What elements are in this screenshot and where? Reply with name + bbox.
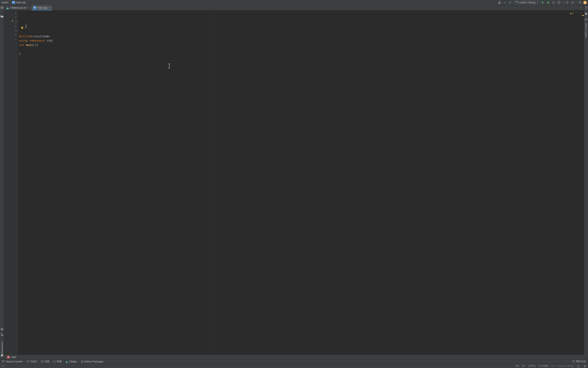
problems-button[interactable]: 问题 bbox=[41, 360, 49, 363]
folder-tool-icon[interactable] bbox=[0, 15, 4, 18]
layers-icon bbox=[81, 360, 83, 363]
code-line[interactable] bbox=[19, 56, 584, 60]
tab-main-cpp[interactable]: main.cpp × bbox=[31, 5, 53, 10]
copilot-tool-button[interactable]: GitHub Copilot bbox=[585, 18, 588, 37]
close-icon[interactable]: × bbox=[49, 6, 50, 9]
code-editor[interactable]: ▲ 1 ˄ ˅ ⊟ ⊟ 1234567 bbox=[4, 10, 584, 355]
line-number[interactable]: 5 bbox=[4, 28, 18, 33]
line-number[interactable]: 4 bbox=[4, 24, 18, 28]
profile-button[interactable] bbox=[557, 0, 561, 5]
function-icon: f bbox=[7, 356, 10, 359]
line-number[interactable]: 3 bbox=[4, 20, 18, 24]
tab-cmakelists[interactable]: CMakeLists.txt × bbox=[4, 5, 31, 10]
terminal-label: 终端 bbox=[57, 360, 62, 363]
fold-region-end-icon[interactable]: ⊟ bbox=[16, 29, 18, 31]
breadcrumb: copilot 〉 main.cpp bbox=[1, 1, 498, 4]
left-tool-strip: 结构 Bookmarks bbox=[0, 5, 4, 359]
code-line[interactable]: using namespace std; bbox=[19, 38, 584, 43]
todo-icon bbox=[26, 360, 29, 363]
line-number[interactable]: 6 bbox=[4, 33, 18, 37]
svg-point-21 bbox=[2, 362, 3, 363]
editor-breadcrumb-function[interactable]: main bbox=[11, 356, 16, 359]
close-icon[interactable]: × bbox=[28, 6, 29, 9]
bookmark-icon bbox=[0, 354, 4, 357]
bookmarks-tool-button[interactable]: Bookmarks bbox=[0, 341, 4, 357]
cursor-position[interactable]: 4:5 bbox=[516, 365, 519, 367]
svg-rect-8 bbox=[2, 6, 3, 7]
application-icon bbox=[516, 1, 518, 4]
version-control-label: Version Control bbox=[6, 360, 23, 363]
gutter[interactable]: ⊟ ⊟ 1234567 bbox=[4, 10, 18, 355]
project-tool-icon[interactable] bbox=[0, 6, 4, 9]
cpp-file-icon bbox=[33, 6, 36, 9]
build-hammer-icon[interactable] bbox=[508, 0, 512, 5]
run-button[interactable] bbox=[541, 0, 545, 5]
svg-point-19 bbox=[2, 360, 3, 361]
file-encoding[interactable]: UTF-8 bbox=[528, 365, 535, 367]
code-line[interactable]: int main(){ bbox=[19, 43, 584, 47]
code-line[interactable]: } bbox=[19, 52, 584, 56]
attach-button[interactable] bbox=[565, 0, 569, 5]
code-line[interactable] bbox=[19, 60, 584, 64]
tab-list-menu-icon[interactable]: ⋮ bbox=[578, 5, 584, 10]
run-configuration-selector[interactable]: copilot | Debug ▾ bbox=[514, 0, 540, 5]
search-everywhere-icon[interactable] bbox=[578, 0, 582, 5]
breadcrumb-file[interactable]: main.cpp bbox=[16, 1, 26, 4]
line-number[interactable]: 2 bbox=[4, 16, 18, 20]
account-avatar[interactable] bbox=[583, 1, 587, 4]
fold-region-start-icon[interactable]: ⊟ bbox=[16, 20, 18, 22]
event-log-button[interactable]: 事件日志 bbox=[572, 360, 586, 363]
profile-avatar-icon[interactable] bbox=[583, 365, 586, 368]
tab-label: main.cpp bbox=[37, 6, 48, 9]
bottom-tool-bar: Version Control TODO 问题 终端 CMake Python … bbox=[0, 359, 588, 364]
line-number[interactable]: 1 bbox=[4, 11, 18, 16]
separator bbox=[576, 1, 576, 4]
context-label[interactable]: C++: copilot | Debug bbox=[551, 365, 574, 367]
main-area: 结构 Bookmarks CMakeLists.txt × bbox=[0, 5, 588, 359]
dropdown-icon[interactable]: ▾ bbox=[563, 2, 564, 3]
cmake-button[interactable]: CMake bbox=[65, 360, 77, 363]
svg-rect-7 bbox=[1, 6, 2, 7]
chevron-down-icon: ▾ bbox=[537, 2, 538, 3]
python-packages-button[interactable]: Python Packages bbox=[81, 360, 104, 363]
lock-icon[interactable] bbox=[577, 365, 580, 368]
indent-setting[interactable]: 4 个空格 bbox=[539, 364, 548, 368]
terminal-button[interactable]: 终端 bbox=[53, 360, 62, 363]
code-area[interactable]: #include<iostream>using namespace std;in… bbox=[18, 10, 584, 355]
code-line[interactable] bbox=[19, 47, 584, 52]
svg-rect-11 bbox=[1, 333, 2, 334]
svg-rect-27 bbox=[578, 366, 579, 367]
breadcrumb-project[interactable]: copilot bbox=[1, 1, 9, 4]
todo-button[interactable]: TODO bbox=[26, 360, 37, 363]
line-number[interactable]: 7 bbox=[4, 37, 18, 41]
python-packages-label: Python Packages bbox=[84, 360, 104, 363]
mouse-text-cursor bbox=[169, 64, 169, 68]
intention-bulb-icon[interactable] bbox=[21, 20, 24, 23]
tool-windows-toggle-icon[interactable] bbox=[2, 365, 5, 368]
line-separator[interactable]: LF bbox=[522, 365, 525, 367]
version-control-button[interactable]: Version Control bbox=[2, 360, 23, 363]
code-line[interactable]: #include<iostream> bbox=[19, 34, 584, 38]
warning-stripe[interactable] bbox=[582, 15, 584, 16]
dropdown-icon[interactable]: ▾ bbox=[504, 2, 505, 3]
editor-column: CMakeLists.txt × main.cpp × ⋮ ▲ 1 ˄ bbox=[4, 5, 584, 359]
run-gutter-icon[interactable] bbox=[12, 20, 13, 22]
debug-button[interactable] bbox=[546, 0, 550, 5]
code-with-me-icon[interactable] bbox=[498, 0, 502, 5]
stop-button[interactable] bbox=[570, 0, 574, 5]
cmake-file-icon bbox=[6, 6, 9, 9]
svg-point-18 bbox=[586, 19, 587, 20]
right-tool-strip: 数据库 GitHub Copilot bbox=[584, 5, 588, 359]
svg-point-13 bbox=[21, 27, 23, 29]
coverage-button[interactable] bbox=[552, 0, 556, 5]
svg-point-6 bbox=[585, 2, 585, 2]
current-line-highlight bbox=[18, 24, 584, 28]
structure-tool-button[interactable]: 结构 bbox=[0, 331, 4, 336]
cmake-icon bbox=[66, 360, 68, 363]
svg-point-2 bbox=[547, 2, 549, 3]
terminal-icon bbox=[53, 360, 56, 363]
svg-rect-14 bbox=[22, 29, 23, 29]
editor-breadcrumb: f main bbox=[4, 355, 584, 359]
database-tool-button[interactable]: 数据库 bbox=[585, 6, 588, 11]
problems-icon bbox=[41, 360, 44, 363]
